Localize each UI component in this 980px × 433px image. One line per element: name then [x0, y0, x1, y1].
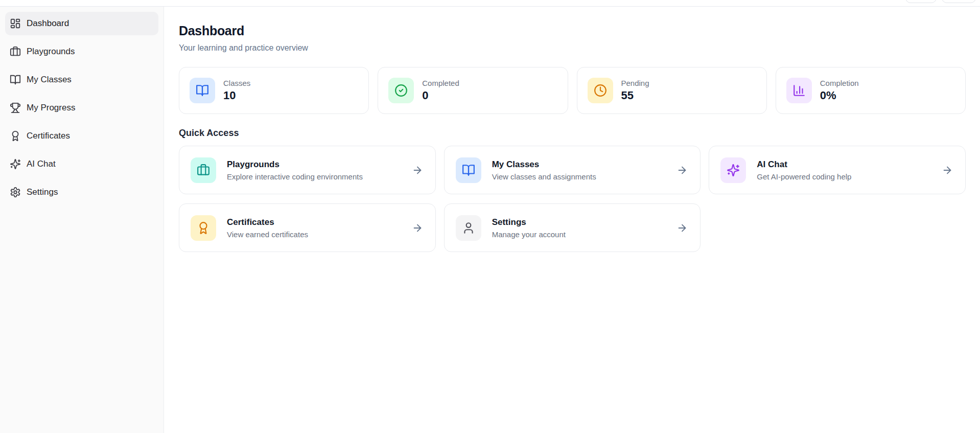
- quick-access-card-title: Certificates: [227, 217, 308, 227]
- stat-value: 0%: [820, 89, 859, 102]
- stat-card-completed: Completed 0: [378, 67, 568, 114]
- app-window: Dashboard Playgrounds My Classes My Prog…: [0, 0, 980, 433]
- briefcase-icon: [191, 157, 216, 183]
- quick-access-heading: Quick Access: [179, 128, 966, 139]
- sidebar-nav: Dashboard Playgrounds My Classes My Prog…: [5, 12, 158, 204]
- arrow-right-icon: [676, 165, 688, 176]
- stat-label: Pending: [621, 79, 649, 87]
- sidebar-item-my-progress[interactable]: My Progress: [5, 96, 158, 120]
- main-content: Dashboard Your learning and practice ove…: [164, 7, 980, 433]
- arrow-right-icon: [412, 222, 423, 234]
- quick-access-grid: Playgrounds Explore interactive coding e…: [179, 146, 966, 252]
- quick-access-card-title: AI Chat: [757, 159, 851, 170]
- sidebar-item-certificates[interactable]: Certificates: [5, 124, 158, 148]
- sidebar-item-settings[interactable]: Settings: [5, 180, 158, 204]
- user-icon: [456, 215, 481, 241]
- arrow-right-icon: [942, 165, 953, 176]
- page-subtitle: Your learning and practice overview: [179, 43, 966, 53]
- sidebar-item-label: Settings: [27, 187, 58, 197]
- quick-access-card-settings[interactable]: Settings Manage your account: [444, 203, 701, 252]
- quick-access-card-playgrounds[interactable]: Playgrounds Explore interactive coding e…: [179, 146, 436, 194]
- sidebar: Dashboard Playgrounds My Classes My Prog…: [0, 7, 164, 433]
- book-open-icon: [190, 78, 215, 103]
- quick-access-card-subtitle: Manage your account: [492, 230, 566, 239]
- quick-access-card-subtitle: Explore interactive coding environments: [227, 172, 363, 181]
- page-title: Dashboard: [179, 24, 966, 38]
- quick-access-card-subtitle: View earned certificates: [227, 230, 308, 239]
- cut-off-button-2[interactable]: [942, 0, 976, 3]
- stat-value: 55: [621, 89, 649, 102]
- quick-access-card-title: My Classes: [492, 159, 596, 170]
- sidebar-item-label: Dashboard: [27, 18, 69, 29]
- trophy-icon: [10, 102, 21, 113]
- quick-access-card-my-classes[interactable]: My Classes View classes and assignments: [444, 146, 701, 194]
- quick-access-card-certificates[interactable]: Certificates View earned certificates: [179, 203, 436, 252]
- arrow-right-icon: [412, 165, 423, 176]
- cut-off-button-1[interactable]: [905, 0, 937, 3]
- stat-card-pending: Pending 55: [577, 67, 767, 114]
- book-open-icon: [10, 74, 21, 85]
- quick-access-card-title: Settings: [492, 217, 566, 227]
- sidebar-item-label: My Progress: [27, 103, 75, 113]
- clock-icon: [588, 78, 613, 103]
- sidebar-item-label: My Classes: [27, 75, 72, 85]
- quick-access-card-subtitle: Get AI-powered coding help: [757, 172, 851, 181]
- sidebar-item-my-classes[interactable]: My Classes: [5, 68, 158, 92]
- stat-label: Completion: [820, 79, 859, 87]
- circle-check-icon: [388, 78, 414, 103]
- sidebar-item-label: Playgrounds: [27, 47, 75, 57]
- stat-label: Classes: [223, 79, 250, 87]
- top-bar: [0, 0, 980, 7]
- layout-dashboard-icon: [10, 18, 21, 29]
- sidebar-item-dashboard[interactable]: Dashboard: [5, 12, 158, 35]
- quick-access-card-subtitle: View classes and assignments: [492, 172, 596, 181]
- sparkles-icon: [10, 158, 21, 170]
- stat-card-completion: Completion 0%: [776, 67, 966, 114]
- quick-access-card-title: Playgrounds: [227, 159, 363, 170]
- book-open-icon: [456, 157, 481, 183]
- gear-icon: [10, 187, 21, 198]
- sidebar-item-playgrounds[interactable]: Playgrounds: [5, 40, 158, 63]
- award-icon: [10, 130, 21, 142]
- stat-card-classes: Classes 10: [179, 67, 369, 114]
- briefcase-icon: [10, 46, 21, 57]
- stat-value: 0: [422, 89, 459, 102]
- sidebar-item-label: AI Chat: [27, 159, 56, 169]
- stats-row: Classes 10 Completed 0 Pending: [179, 67, 966, 114]
- stat-label: Completed: [422, 79, 459, 87]
- quick-access-card-ai-chat[interactable]: AI Chat Get AI-powered coding help: [709, 146, 966, 194]
- bar-chart-icon: [786, 78, 812, 103]
- layout: Dashboard Playgrounds My Classes My Prog…: [0, 7, 980, 433]
- arrow-right-icon: [676, 222, 688, 234]
- sparkles-icon: [720, 157, 746, 183]
- sidebar-item-ai-chat[interactable]: AI Chat: [5, 152, 158, 176]
- sidebar-item-label: Certificates: [27, 131, 70, 141]
- award-icon: [191, 215, 216, 241]
- stat-value: 10: [223, 89, 250, 102]
